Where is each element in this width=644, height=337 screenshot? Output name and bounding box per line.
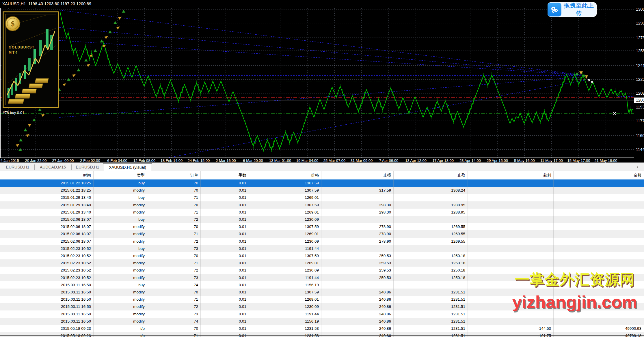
date-axis-label: 21 May 18:00 xyxy=(595,158,617,163)
buy-arrow-icon xyxy=(108,30,112,33)
cell-tp xyxy=(394,216,468,223)
upload-dropzone-button[interactable]: 拖拽至此上传 xyxy=(548,2,597,17)
column-header-1[interactable]: 时间 xyxy=(0,171,94,179)
trendline-blue[interactable] xyxy=(59,10,588,76)
cell-order: 73 xyxy=(147,274,201,281)
cell-price: 1230.09 xyxy=(249,267,321,274)
date-axis-label: 20 Jan 22:00 xyxy=(25,158,46,163)
trendline-blue[interactable] xyxy=(59,40,588,76)
cell-price: 1269.01 xyxy=(249,209,321,216)
price-axis-label: 1209 xyxy=(636,91,644,96)
cell-order: 72 xyxy=(147,303,201,310)
sell-arrow-icon xyxy=(579,71,583,75)
cell-profit xyxy=(468,223,554,230)
close-marker-icon xyxy=(613,112,616,115)
cell-price: 1230.09 xyxy=(249,216,321,223)
cell-time: 2015.03.11 16:50 xyxy=(0,281,94,289)
table-row[interactable]: 2015.02.23 10:52modify730.011191.44259.5… xyxy=(0,274,644,281)
table-row[interactable]: 2015.03.11 16:50modify710.011269.01240.8… xyxy=(0,296,644,303)
table-row[interactable]: 2015.03.11 16:50modify700.011307.59240.8… xyxy=(0,289,644,296)
cell-price: 1307.59 xyxy=(249,187,321,194)
cell-price: 1191.44 xyxy=(249,274,321,281)
table-header-row: 时间类型订单手数价格止损止盈获利余额 xyxy=(0,171,644,179)
date-axis-label: 23 Apr 14:00 xyxy=(459,158,481,163)
cell-lots: 0.01 xyxy=(201,187,249,194)
date-axis-label: 24 Feb 15:00 xyxy=(188,158,210,163)
column-header-7[interactable]: 止盈 xyxy=(394,171,468,179)
order-arrow-icon xyxy=(116,27,120,29)
cell-balance xyxy=(554,245,644,252)
column-header-9[interactable]: 余额 xyxy=(554,171,644,179)
tab-separator xyxy=(71,164,72,170)
cell-sl: 259.53 xyxy=(321,259,394,267)
table-row[interactable]: 2015.01.29 13:40modify710.011269.01298.3… xyxy=(0,209,644,216)
upload-button-label: 拖拽至此上传 xyxy=(561,2,596,17)
cell-type: modify xyxy=(94,252,147,259)
order-arrow-icon xyxy=(103,45,106,48)
column-header-4[interactable]: 手数 xyxy=(201,171,249,179)
tab-separator xyxy=(34,164,35,170)
cell-profit xyxy=(468,216,554,223)
trendline-blue[interactable] xyxy=(169,80,588,158)
cell-time: 2015.02.23 10:52 xyxy=(0,259,94,267)
column-header-6[interactable]: 止损 xyxy=(321,171,394,179)
cell-sl: 240.86 xyxy=(321,310,394,318)
trendline-blue[interactable] xyxy=(59,27,588,76)
cell-balance xyxy=(554,259,644,267)
table-row[interactable]: 2015.02.06 18:07modify720.011230.09278.9… xyxy=(0,238,644,245)
table-row[interactable]: 2015.02.23 10:52modify700.011307.59259.5… xyxy=(0,252,644,259)
cell-balance xyxy=(554,238,644,245)
chart-tab-xauusd-h1-visual-[interactable]: XAUUSD,H1 (visual) xyxy=(103,163,152,172)
cell-sl xyxy=(321,179,394,187)
column-header-5[interactable]: 价格 xyxy=(249,171,321,179)
table-row[interactable]: 2015.01.29 13:40buy710.011269.01 xyxy=(0,194,644,201)
cell-sl: 240.86 xyxy=(321,325,394,332)
chart-tab-eurusd-h1[interactable]: EURUSD,H1 xyxy=(2,163,33,171)
table-row[interactable]: 2015.02.06 18:07modify710.011269.01278.9… xyxy=(0,230,644,237)
table-row[interactable]: 2015.03.11 16:50modify730.011191.44240.8… xyxy=(0,310,644,318)
chart-tab-audcad-m15[interactable]: AUDCAD,M15 xyxy=(36,163,70,171)
price-chart-canvas[interactable] xyxy=(0,0,644,162)
cell-sl: 240.86 xyxy=(321,303,394,310)
cell-price: 1230.09 xyxy=(249,303,321,310)
tabs-scroll-arrow-icon[interactable]: ◂ xyxy=(636,165,638,169)
table-row[interactable]: 2015.01.22 18:25modify700.011307.59317.5… xyxy=(0,187,644,194)
cell-price: 1230.09 xyxy=(249,238,321,245)
cell-type: modify xyxy=(94,303,147,310)
table-row[interactable]: 2015.03.11 16:50modify740.011156.19240.8… xyxy=(0,318,644,325)
order-arrow-icon xyxy=(118,17,122,20)
date-axis-label: 6 Feb 04:00 xyxy=(107,158,127,163)
cell-price: 1191.44 xyxy=(249,310,321,318)
table-row[interactable]: 2015.02.23 10:52buy730.011191.44 xyxy=(0,245,644,252)
cell-tp: 1250.18 xyxy=(394,274,468,281)
order-arrow-icon xyxy=(28,124,31,127)
buy-arrow-icon xyxy=(575,72,579,75)
cell-order: 70 xyxy=(147,179,201,187)
cell-sl: 259.53 xyxy=(321,252,394,259)
table-row[interactable]: 2015.01.29 13:40modify700.011307.59298.3… xyxy=(0,201,644,209)
table-row[interactable]: 2015.02.06 18:07modify700.011307.59278.9… xyxy=(0,223,644,230)
date-axis-label: 6 Mar 20:00 xyxy=(243,158,263,163)
cell-time: 2015.03.11 16:50 xyxy=(0,289,94,296)
chart-tab-eurusd-h1[interactable]: EURUSD,H1 xyxy=(73,163,102,171)
chart-window[interactable]: XAUUSD,H1 1198.40 1203.60 1197.23 1200.8… xyxy=(0,0,644,162)
cell-balance: 49900.93 xyxy=(554,325,644,332)
column-header-8[interactable]: 获利 xyxy=(468,171,554,179)
table-row[interactable]: 2015.01.22 18:25buy700.011307.59 xyxy=(0,179,644,187)
date-axis-label: 7 Apr 09:00 xyxy=(379,158,399,163)
cell-balance: 49799.18 xyxy=(554,332,644,337)
cell-profit xyxy=(468,194,554,201)
table-row[interactable]: 2015.05.18 09:23t/p700.011231.53240.8612… xyxy=(0,325,644,332)
table-row[interactable]: 2015.03.11 16:50buy740.011156.19 xyxy=(0,281,644,289)
table-row[interactable]: 2015.02.23 10:52modify720.011230.09259.5… xyxy=(0,267,644,274)
table-row[interactable]: 2015.05.18 09:23t/p710.011231.53240.8612… xyxy=(0,332,644,337)
cell-type: buy xyxy=(94,216,147,223)
trendline-blue[interactable] xyxy=(59,76,588,117)
column-header-3[interactable]: 订单 xyxy=(147,171,201,179)
chart-window-title: XAUUSD,H1 1198.40 1203.60 1197.23 1200.8… xyxy=(2,1,91,6)
column-header-2[interactable]: 类型 xyxy=(94,171,147,179)
table-row[interactable]: 2015.02.06 18:07buy720.011230.09 xyxy=(0,216,644,223)
cell-balance xyxy=(554,267,644,274)
table-row[interactable]: 2015.03.11 16:50modify720.011230.09240.8… xyxy=(0,303,644,310)
table-row[interactable]: 2015.02.23 10:52modify710.011269.01259.5… xyxy=(0,259,644,267)
